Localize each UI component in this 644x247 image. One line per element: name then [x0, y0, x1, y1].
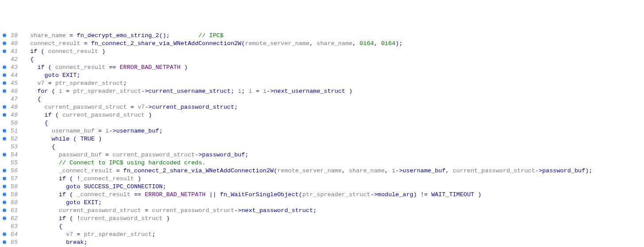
line-number: 54 [7, 151, 21, 159]
gutter-line[interactable]: 54 [0, 151, 21, 159]
gutter-line[interactable]: 60 [0, 199, 21, 207]
code-line[interactable]: if ( connect_result == ERROR_BAD_NETPATH… [23, 64, 644, 72]
breakpoint-icon[interactable] [0, 40, 7, 48]
token-var: i [392, 167, 395, 174]
code-line[interactable]: current_password_struct = current_passwo… [23, 207, 644, 215]
code-line[interactable]: v7 = ptr_spreader_struct; [23, 231, 644, 239]
breakpoint-icon[interactable] [0, 127, 7, 135]
code-line[interactable]: goto SUCCESS_IPC_CONNECTION; [23, 183, 644, 191]
code-line[interactable]: share_name = fn_decrypt_emo_string_2(); … [23, 32, 644, 40]
gutter-line[interactable]: 45 [0, 80, 21, 87]
code-line[interactable]: _connect_result = fn_connect_2_share_via… [23, 167, 644, 175]
gutter-line[interactable]: 44 [0, 72, 21, 80]
gutter-line[interactable]: 64 [0, 231, 21, 239]
line-number: 64 [7, 231, 21, 239]
code-line[interactable]: v7 = ptr_spreader_struct; [23, 80, 644, 87]
gutter-line[interactable]: 55 [0, 159, 21, 167]
gutter-line[interactable]: 40 [0, 40, 21, 48]
token-var: v7 [66, 231, 73, 238]
gutter-line[interactable]: 51 [0, 127, 21, 135]
line-number: 57 [7, 175, 21, 183]
breakpoint-icon[interactable] [0, 183, 7, 191]
code-line[interactable]: if ( _connect_result == ERROR_BAD_NETPAT… [23, 191, 644, 199]
breakpoint-icon[interactable] [0, 103, 7, 111]
token-op: -> [234, 207, 241, 214]
breakpoint-icon[interactable] [0, 87, 7, 95]
breakpoint-icon[interactable] [0, 207, 7, 215]
token-punc: ( [66, 191, 76, 198]
breakpoint-icon[interactable] [0, 80, 7, 87]
breakpoint-icon[interactable] [0, 64, 7, 72]
code-line[interactable]: if ( connect_result ) [23, 48, 644, 56]
breakpoint-icon[interactable] [0, 239, 7, 247]
code-line[interactable]: { [23, 223, 644, 231]
token-punc: ( [48, 88, 59, 95]
gutter-line[interactable]: 61 [0, 207, 21, 215]
token-punc: ( [37, 48, 48, 55]
breakpoint-icon[interactable] [0, 151, 7, 159]
breakpoint-icon[interactable] [0, 135, 7, 143]
gutter-line[interactable]: 63 [0, 223, 21, 231]
line-number: 46 [7, 87, 21, 95]
gutter-line[interactable]: 53 [0, 143, 21, 151]
token-ws [23, 207, 59, 214]
code-line[interactable]: // Connect to IPC$ using hardcoded creds… [23, 159, 644, 167]
gutter-line[interactable]: 46 [0, 87, 21, 95]
breakpoint-icon[interactable] [0, 167, 7, 175]
gutter-line[interactable]: 48 [0, 103, 21, 111]
code-line[interactable]: current_password_struct = v7->current_pa… [23, 103, 644, 111]
code-line[interactable]: { [23, 95, 644, 103]
breakpoint-icon[interactable] [0, 48, 7, 56]
token-ws [23, 152, 59, 158]
line-number: 58 [7, 183, 21, 191]
code-line[interactable]: if ( !_connect_result ) [23, 175, 644, 183]
code-pane[interactable]: share_name = fn_decrypt_emo_string_2(); … [21, 32, 644, 247]
token-id: username_buf [403, 167, 446, 174]
token-op: ) != [413, 191, 431, 198]
gutter-line[interactable]: 62 [0, 215, 21, 223]
gutter-line[interactable]: 42 [0, 56, 21, 64]
breakpoint-icon[interactable] [0, 199, 7, 207]
code-line[interactable]: while ( TRUE ) [23, 135, 644, 143]
gutter-line[interactable]: 49 [0, 111, 21, 119]
code-line[interactable]: { [23, 119, 644, 127]
code-line[interactable]: if ( !current_password_struct ) [23, 215, 644, 223]
gutter-line[interactable]: 39 [0, 32, 21, 40]
gutter-line[interactable]: 52 [0, 135, 21, 143]
token-op: = [80, 40, 91, 47]
token-id: username_buf [116, 128, 159, 134]
breakpoint-icon[interactable] [0, 231, 7, 239]
gutter-line[interactable]: 43 [0, 64, 21, 72]
line-number: 44 [7, 72, 21, 80]
gutter-line[interactable]: 59 [0, 191, 21, 199]
breakpoint-icon[interactable] [0, 191, 7, 199]
code-line[interactable]: { [23, 56, 644, 64]
code-line[interactable]: goto EXIT; [23, 72, 644, 80]
gutter-line[interactable]: 57 [0, 175, 21, 183]
code-line[interactable]: if ( current_password_struct ) [23, 111, 644, 119]
token-var: current_password_struct [62, 112, 145, 118]
code-line[interactable]: username_buf = i->username_buf; [23, 127, 644, 135]
code-line[interactable]: password_buf = current_password_struct->… [23, 151, 644, 159]
token-punc: ; [152, 231, 156, 238]
gutter-line[interactable]: 56 [0, 167, 21, 175]
code-line[interactable]: for ( i = ptr_spreader_struct->current_u… [23, 87, 644, 95]
breakpoint-icon[interactable] [0, 175, 7, 183]
gutter-line[interactable]: 41 [0, 48, 21, 56]
code-line[interactable]: goto EXIT; [23, 199, 644, 207]
code-line[interactable]: connect_result = fn_connect_2_share_via_… [23, 40, 644, 48]
code-line[interactable]: { [23, 143, 644, 151]
breakpoint-icon[interactable] [0, 32, 7, 40]
gutter-line[interactable]: 58 [0, 183, 21, 191]
breakpoint-icon[interactable] [0, 215, 7, 223]
token-var: current_password_struct [80, 215, 163, 222]
token-op: = [95, 128, 105, 134]
token-ws [23, 136, 52, 142]
breakpoint-icon[interactable] [0, 72, 7, 80]
breakpoint-icon[interactable] [0, 111, 7, 119]
token-ws [23, 112, 45, 118]
gutter-line[interactable]: 50 [0, 119, 21, 127]
gutter-line[interactable]: 47 [0, 95, 21, 103]
gutter-line[interactable]: 65 [0, 239, 21, 247]
code-line[interactable]: break; [23, 239, 644, 247]
